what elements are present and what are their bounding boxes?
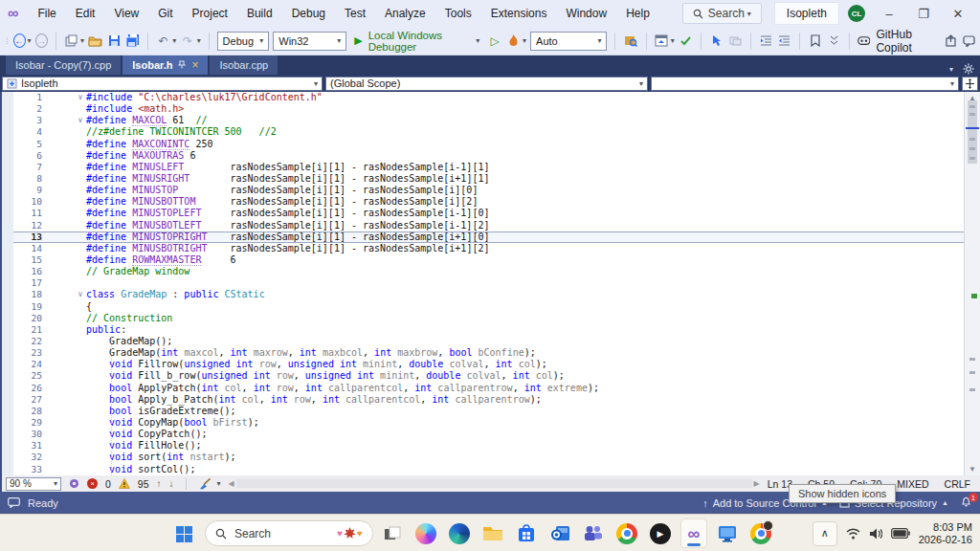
line-number[interactable]: 33 [13,464,48,475]
teams-icon[interactable] [580,518,607,548]
menu-extensions[interactable]: Extensions [481,3,557,24]
code-line[interactable]: 11#define MINUSTOPLEFT rasNodesSample[i]… [13,208,964,219]
line-number[interactable]: 17 [13,277,48,289]
menu-project[interactable]: Project [183,3,237,24]
line-number[interactable]: 13 [13,231,48,243]
code-line[interactable]: 17 [13,277,964,289]
toolbar-overflow-icon[interactable] [827,33,841,50]
line-number[interactable]: 21 [13,324,48,336]
run-tests-icon[interactable] [679,33,693,50]
start-button[interactable] [172,522,195,545]
line-number[interactable]: 25 [13,370,48,382]
copilot-app-icon[interactable] [412,518,439,548]
restore-button[interactable]: ❐ [913,7,934,21]
toolbar-grip[interactable]: ⁞ [6,36,8,46]
tab-isobar.h[interactable]: Isobar.h× [122,55,208,75]
code-line[interactable]: 1∨#include "C:\charles\luk17\GridContent… [13,92,964,103]
line-number[interactable]: 24 [13,359,48,370]
fold-collapse-icon[interactable]: ∨ [75,92,86,103]
menu-git[interactable]: Git [148,3,182,24]
code-line[interactable]: 26 bool ApplyPatch(int col, int row, int… [13,383,964,394]
hot-reload-dropdown-icon[interactable]: ▾ [523,36,526,45]
line-number[interactable]: 30 [13,429,48,440]
menu-analyze[interactable]: Analyze [375,3,435,24]
menu-view[interactable]: View [104,3,148,24]
code-line[interactable]: 12#define MINUSBOTLEFT rasNodesSample[i]… [13,220,964,231]
line-number[interactable]: 5 [13,139,48,150]
save-icon[interactable] [106,33,121,50]
platform-dropdown[interactable]: Win32▾ [273,32,346,51]
previous-issue-icon[interactable]: ↑ [157,478,162,489]
wifi-icon[interactable] [846,528,860,540]
solution-name-chip[interactable]: Isopleth [775,3,838,24]
line-number[interactable]: 1 [13,92,48,103]
edge-icon[interactable] [446,518,473,548]
solution-explorer-icon[interactable] [654,33,668,50]
code-line[interactable]: 18∨class GradeMap : public CStatic [13,289,964,300]
code-cleanup-broom-icon[interactable] [198,478,212,490]
line-number[interactable]: 15 [13,254,48,266]
line-number[interactable]: 22 [13,336,48,347]
code-line[interactable]: 20// Construction [13,313,964,324]
new-project-dropdown-icon[interactable]: ▾ [80,36,84,45]
warning-icon[interactable] [119,478,130,489]
code-line[interactable]: 4//z#define TWICONINTCER 500 //2 [13,126,964,138]
find-in-files-icon[interactable] [623,33,637,50]
code-line[interactable]: 28 bool isGradeExtreme(); [13,406,964,417]
vertical-scrollbar[interactable]: ▲ ▼ [964,92,980,475]
code-line[interactable]: 9#define MINUSTOP rasNodesSample[i][1] -… [13,185,964,196]
chrome-icon[interactable] [613,518,640,548]
undo-icon[interactable]: ↶ [156,33,170,50]
line-number[interactable]: 10 [13,196,48,208]
taskbar-search-box[interactable]: Search ♥ ♥ [205,520,373,546]
code-line[interactable]: 14#define MINUSBOTRIGHT rasNodesSample[i… [13,243,964,254]
error-icon[interactable]: × [87,478,98,489]
code-line[interactable]: 2#include <math.h> [13,103,964,115]
code-cleanup-dropdown-icon[interactable]: ▾ [217,479,221,488]
indent-increase-icon[interactable] [777,33,791,50]
line-number[interactable]: 9 [13,185,48,196]
minimize-button[interactable]: – [879,7,900,21]
code-line[interactable]: 29 void CopyMap(bool bFirst); [13,417,964,429]
line-number[interactable]: 28 [13,406,48,417]
line-number[interactable]: 2 [13,103,48,115]
code-line[interactable]: 33 void sortCol(); [13,464,964,475]
zoom-dropdown[interactable]: 90 % ▾ [6,477,61,491]
task-view-icon[interactable] [379,518,406,548]
scroll-down-icon[interactable]: ▼ [965,465,980,474]
file-explorer-icon[interactable] [479,518,506,548]
code-line[interactable]: 6#define MAXOUTRAS 6 [13,150,964,162]
line-number[interactable]: 4 [13,126,48,138]
code-line[interactable]: 30 void CopyPatch(); [13,429,964,440]
solution-explorer-dropdown-icon[interactable]: ▾ [671,36,675,45]
menu-edit[interactable]: Edit [66,3,105,24]
configuration-dropdown[interactable]: Debug▾ [217,32,270,51]
navigate-back-icon[interactable]: ← [13,33,26,48]
code-line[interactable]: 7#define MINUSLEFT rasNodesSample[i][1] … [13,162,964,173]
redo-icon[interactable]: ↷ [180,33,194,50]
line-number[interactable]: 27 [13,394,48,406]
volume-icon[interactable] [869,528,882,540]
line-number[interactable]: 14 [13,243,48,254]
line-number[interactable]: 31 [13,440,48,452]
warning-count[interactable]: 95 [138,478,149,490]
hot-reload-icon[interactable] [506,33,521,50]
line-number[interactable]: 23 [13,347,48,359]
microsoft-store-icon[interactable] [513,518,540,548]
member-dropdown[interactable]: ▾ [651,77,959,91]
fold-collapse-icon[interactable]: ∨ [75,115,86,126]
scrollbar-thumb[interactable] [968,100,977,164]
line-number[interactable]: 18 [13,289,48,300]
line-number[interactable]: 26 [13,383,48,394]
navigate-forward-icon[interactable]: → [35,33,48,48]
taskbar-clock[interactable]: 8:03 PM 2026-02-16 [919,521,972,546]
line-number[interactable]: 8 [13,173,48,185]
line-number[interactable]: 7 [13,162,48,173]
line-number[interactable]: 16 [13,266,48,277]
scroll-left-icon[interactable]: ◀ [229,479,234,488]
share-icon[interactable] [943,33,957,50]
menu-tools[interactable]: Tools [435,3,481,24]
project-dropdown[interactable]: Isopleth ▾ [2,77,323,91]
intellicode-icon[interactable] [69,478,79,489]
close-icon[interactable]: × [191,58,198,72]
